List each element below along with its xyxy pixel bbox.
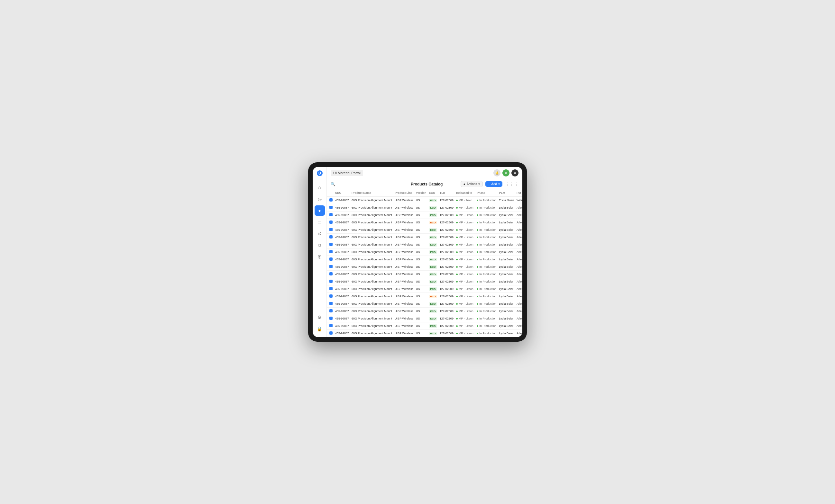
- table-row[interactable]: 455-99887 60G Precision Alignment Mount …: [327, 322, 522, 330]
- row-sku: 455-99887: [334, 204, 350, 211]
- table-row[interactable]: 455-99887 60G Precision Alignment Mount …: [327, 271, 522, 278]
- row-released: MP - Liteon: [455, 300, 475, 308]
- row-version: US: [414, 308, 428, 315]
- active-tab[interactable]: UI Material Portal: [331, 170, 363, 176]
- row-product-name: 60G Precision Alignment Mount: [350, 234, 393, 241]
- row-checkbox[interactable]: [327, 293, 334, 300]
- shield-icon[interactable]: ⛨: [314, 252, 325, 262]
- monitor-icon[interactable]: ▭: [314, 217, 325, 227]
- row-released: MP - Liteon: [455, 204, 475, 211]
- logo[interactable]: U: [317, 170, 323, 178]
- table-header-row: SKU Product Name Product Line Version EC…: [327, 189, 522, 197]
- row-checkbox[interactable]: [327, 330, 334, 337]
- row-tlb: 127-02309: [439, 271, 455, 278]
- row-tlb: 127-02309: [439, 263, 455, 271]
- table-row[interactable]: 455-99887 60G Precision Alignment Mount …: [327, 308, 522, 315]
- table-row[interactable]: 455-99887 60G Precision Alignment Mount …: [327, 293, 522, 300]
- row-sku: 455-99887: [334, 219, 350, 226]
- row-pm: Arlene Hoppe: [515, 293, 522, 300]
- avatar-green[interactable]: G: [503, 169, 509, 176]
- row-plm: Lydia Beier: [497, 249, 515, 256]
- col-product-name[interactable]: Product Name: [350, 189, 393, 197]
- actions-label: Actions: [467, 182, 477, 186]
- row-checkbox[interactable]: [327, 308, 334, 315]
- table-row[interactable]: 455-99887 60G Precision Alignment Mount …: [327, 286, 522, 293]
- row-checkbox[interactable]: [327, 322, 334, 330]
- row-released: MP - Liteon: [455, 315, 475, 322]
- row-product-line: UISP Wireless: [393, 315, 414, 322]
- table-row[interactable]: 455-99887 60G Precision Alignment Mount …: [327, 211, 522, 219]
- settings-icon[interactable]: ⚙: [314, 312, 325, 322]
- row-checkbox[interactable]: [327, 278, 334, 286]
- col-released-to[interactable]: Released to: [455, 189, 475, 197]
- row-checkbox[interactable]: [327, 286, 334, 293]
- products-table: SKU Product Name Product Line Version EC…: [327, 189, 522, 337]
- row-product-line: UISP Wireless: [393, 234, 414, 241]
- col-checkbox: [327, 189, 334, 197]
- row-checkbox[interactable]: [327, 234, 334, 241]
- row-checkbox[interactable]: [327, 249, 334, 256]
- row-pm: Arlene Hoppe: [515, 234, 522, 241]
- table-row[interactable]: 455-99887 60G Precision Alignment Mount …: [327, 278, 522, 286]
- table-row[interactable]: 455-99887 60G Precision Alignment Mount …: [327, 241, 522, 249]
- copy-icon[interactable]: ⧉: [314, 240, 325, 250]
- add-button[interactable]: + Add ▾: [485, 181, 503, 187]
- row-product-name: 60G Precision Alignment Mount: [350, 330, 393, 337]
- circle-icon[interactable]: ●: [314, 205, 325, 216]
- row-phase: In Production: [475, 271, 497, 278]
- table-row[interactable]: 455-99887 60G Precision Alignment Mount …: [327, 315, 522, 322]
- row-checkbox[interactable]: [327, 219, 334, 226]
- col-eco[interactable]: ECO: [428, 189, 439, 197]
- row-version: US: [414, 315, 428, 322]
- col-tlb[interactable]: TLB: [439, 189, 455, 197]
- row-checkbox[interactable]: [327, 315, 334, 322]
- actions-button[interactable]: ● Actions ▾: [461, 181, 483, 187]
- row-checkbox[interactable]: [327, 211, 334, 219]
- row-sku: 455-99887: [334, 226, 350, 234]
- home-icon[interactable]: ⌂: [314, 182, 325, 192]
- row-product-line: UISP Wireless: [393, 241, 414, 249]
- avatar-dark[interactable]: U: [511, 169, 518, 176]
- table-row[interactable]: 455-99887 60G Precision Alignment Mount …: [327, 234, 522, 241]
- row-version: US: [414, 300, 428, 308]
- table-row[interactable]: 455-99887 60G Precision Alignment Mount …: [327, 256, 522, 263]
- notification-bell[interactable]: 🔔: [493, 169, 501, 176]
- table-row[interactable]: 455-99887 60G Precision Alignment Mount …: [327, 300, 522, 308]
- table-row[interactable]: 455-99887 60G Precision Alignment Mount …: [327, 263, 522, 271]
- col-plm[interactable]: PLM: [497, 189, 515, 197]
- row-checkbox[interactable]: [327, 204, 334, 211]
- row-checkbox[interactable]: [327, 197, 334, 204]
- col-phase[interactable]: Phase: [475, 189, 497, 197]
- row-plm: Lydia Beier: [497, 300, 515, 308]
- row-checkbox[interactable]: [327, 241, 334, 249]
- row-checkbox[interactable]: [327, 271, 334, 278]
- row-checkbox[interactable]: [327, 226, 334, 234]
- row-pm: Arlene Hoppe: [515, 278, 522, 286]
- col-pm[interactable]: PM: [515, 189, 522, 197]
- row-eco: ECO: [428, 226, 439, 234]
- row-tlb: 127-02309: [439, 204, 455, 211]
- globe-icon[interactable]: ◎: [314, 194, 325, 204]
- row-sku: 455-99887: [334, 315, 350, 322]
- lock-icon[interactable]: 🔒: [314, 324, 325, 334]
- table-row[interactable]: 455-99887 60G Precision Alignment Mount …: [327, 226, 522, 234]
- row-pm: Arlene Hoppe: [515, 271, 522, 278]
- table-row[interactable]: 455-99887 60G Precision Alignment Mount …: [327, 219, 522, 226]
- row-phase: In Production: [475, 263, 497, 271]
- table-row[interactable]: 455-99887 60G Precision Alignment Mount …: [327, 204, 522, 211]
- bookmark-icon[interactable]: ⑆: [314, 229, 325, 239]
- row-checkbox[interactable]: [327, 300, 334, 308]
- row-released: MP - Liteon: [455, 211, 475, 219]
- row-version: US: [414, 219, 428, 226]
- col-product-line[interactable]: Product Line: [393, 189, 414, 197]
- row-checkbox[interactable]: [327, 263, 334, 271]
- table-row[interactable]: 455-99887 60G Precision Alignment Mount …: [327, 249, 522, 256]
- row-checkbox[interactable]: [327, 256, 334, 263]
- table-row[interactable]: 455-99887 60G Precision Alignment Mount …: [327, 197, 522, 204]
- col-sku[interactable]: SKU: [334, 189, 350, 197]
- grid-options-button[interactable]: ⋮⋮⋮: [505, 182, 518, 187]
- table-row[interactable]: 455-99887 60G Precision Alignment Mount …: [327, 330, 522, 337]
- row-version: US: [414, 286, 428, 293]
- col-version[interactable]: Version: [414, 189, 428, 197]
- row-product-name: 60G Precision Alignment Mount: [350, 226, 393, 234]
